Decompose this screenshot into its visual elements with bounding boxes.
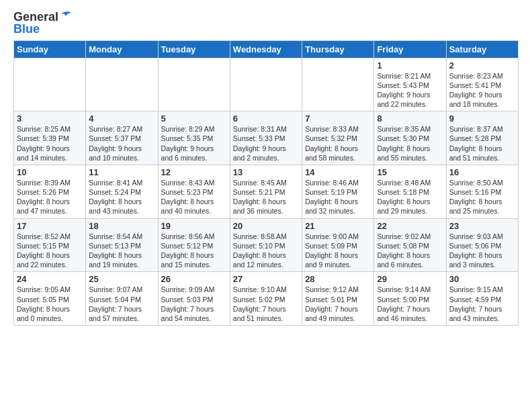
day-detail: Sunrise: 8:41 AM Sunset: 5:24 PM Dayligh… [89,178,154,216]
day-number: 1 [377,60,443,71]
day-detail: Sunrise: 8:35 AM Sunset: 5:30 PM Dayligh… [377,124,443,163]
calendar-cell: 7Sunrise: 8:33 AM Sunset: 5:32 PM Daylig… [302,111,374,165]
calendar-cell: 10Sunrise: 8:39 AM Sunset: 5:26 PM Dayli… [14,165,86,218]
calendar-cell: 30Sunrise: 9:15 AM Sunset: 4:59 PM Dayli… [446,272,518,326]
weekday-header-monday: Monday [86,40,158,58]
calendar-cell: 21Sunrise: 9:00 AM Sunset: 5:09 PM Dayli… [302,218,374,272]
day-number: 18 [89,221,154,231]
calendar-cell: 11Sunrise: 8:41 AM Sunset: 5:24 PM Dayli… [86,165,158,218]
day-number: 19 [161,221,227,231]
day-detail: Sunrise: 9:05 AM Sunset: 5:05 PM Dayligh… [17,285,83,323]
logo-blue-text: Blue [13,23,73,36]
day-number: 29 [377,274,443,284]
day-number: 23 [449,221,515,231]
day-number: 26 [161,274,227,284]
day-detail: Sunrise: 9:00 AM Sunset: 5:09 PM Dayligh… [305,232,371,270]
calendar-cell: 18Sunrise: 8:54 AM Sunset: 5:13 PM Dayli… [86,218,158,272]
day-number: 16 [449,167,515,177]
weekday-header-saturday: Saturday [446,40,518,58]
day-number: 8 [377,113,443,124]
weekday-header-wednesday: Wednesday [230,40,302,58]
day-number: 25 [89,274,154,284]
calendar-cell: 23Sunrise: 9:03 AM Sunset: 5:06 PM Dayli… [446,218,518,272]
day-number: 22 [377,221,443,231]
day-detail: Sunrise: 9:10 AM Sunset: 5:02 PM Dayligh… [233,285,299,323]
calendar-cell: 6Sunrise: 8:31 AM Sunset: 5:33 PM Daylig… [230,111,302,165]
day-detail: Sunrise: 9:03 AM Sunset: 5:06 PM Dayligh… [449,232,515,270]
day-number: 13 [233,167,299,177]
day-detail: Sunrise: 8:50 AM Sunset: 5:16 PM Dayligh… [449,178,515,216]
day-number: 2 [449,60,515,71]
calendar-cell: 3Sunrise: 8:25 AM Sunset: 5:39 PM Daylig… [14,111,86,165]
day-number: 10 [17,167,83,177]
day-number: 28 [305,274,371,284]
calendar-cell: 5Sunrise: 8:29 AM Sunset: 5:35 PM Daylig… [158,111,230,165]
day-number: 27 [233,274,299,284]
day-detail: Sunrise: 8:43 AM Sunset: 5:23 PM Dayligh… [161,178,227,216]
day-number: 9 [449,113,515,124]
day-number: 20 [233,221,299,231]
weekday-header-thursday: Thursday [302,40,374,58]
header: General Blue [13,11,519,36]
day-detail: Sunrise: 8:25 AM Sunset: 5:39 PM Dayligh… [17,124,83,163]
day-detail: Sunrise: 8:46 AM Sunset: 5:19 PM Dayligh… [305,178,371,216]
day-number: 30 [449,274,515,284]
calendar-cell: 26Sunrise: 9:09 AM Sunset: 5:03 PM Dayli… [158,272,230,326]
calendar-cell: 22Sunrise: 9:02 AM Sunset: 5:08 PM Dayli… [374,218,446,272]
calendar-cell: 4Sunrise: 8:27 AM Sunset: 5:37 PM Daylig… [86,111,158,165]
day-number: 7 [305,113,371,124]
day-number: 12 [161,167,227,177]
calendar-cell: 15Sunrise: 8:48 AM Sunset: 5:18 PM Dayli… [374,165,446,218]
day-number: 24 [17,274,83,284]
day-number: 3 [17,113,83,124]
day-detail: Sunrise: 8:45 AM Sunset: 5:21 PM Dayligh… [233,178,299,216]
day-number: 5 [161,113,227,124]
calendar-cell: 2Sunrise: 8:23 AM Sunset: 5:41 PM Daylig… [446,58,518,111]
day-detail: Sunrise: 9:12 AM Sunset: 5:01 PM Dayligh… [305,285,371,323]
calendar-cell: 24Sunrise: 9:05 AM Sunset: 5:05 PM Dayli… [14,272,86,326]
day-detail: Sunrise: 8:33 AM Sunset: 5:32 PM Dayligh… [305,124,371,163]
calendar-cell: 14Sunrise: 8:46 AM Sunset: 5:19 PM Dayli… [302,165,374,218]
day-number: 4 [89,113,154,124]
day-number: 11 [89,167,154,177]
calendar-cell: 27Sunrise: 9:10 AM Sunset: 5:02 PM Dayli… [230,272,302,326]
calendar: SundayMondayTuesdayWednesdayThursdayFrid… [13,40,519,326]
day-detail: Sunrise: 8:39 AM Sunset: 5:26 PM Dayligh… [17,178,83,216]
logo: General Blue [13,11,73,36]
day-detail: Sunrise: 8:37 AM Sunset: 5:28 PM Dayligh… [449,124,515,163]
day-detail: Sunrise: 8:21 AM Sunset: 5:43 PM Dayligh… [377,71,443,109]
calendar-cell [14,58,86,111]
day-number: 21 [305,221,371,231]
weekday-header-sunday: Sunday [14,40,86,58]
day-detail: Sunrise: 8:58 AM Sunset: 5:10 PM Dayligh… [233,232,299,270]
calendar-cell: 12Sunrise: 8:43 AM Sunset: 5:23 PM Dayli… [158,165,230,218]
calendar-cell: 1Sunrise: 8:21 AM Sunset: 5:43 PM Daylig… [374,58,446,111]
weekday-header-tuesday: Tuesday [158,40,230,58]
day-detail: Sunrise: 8:29 AM Sunset: 5:35 PM Dayligh… [161,124,227,163]
logo-bird-icon [59,9,73,23]
calendar-cell: 8Sunrise: 8:35 AM Sunset: 5:30 PM Daylig… [374,111,446,165]
day-number: 17 [17,221,83,231]
calendar-cell: 19Sunrise: 8:56 AM Sunset: 5:12 PM Dayli… [158,218,230,272]
weekday-header-friday: Friday [374,40,446,58]
calendar-cell: 17Sunrise: 8:52 AM Sunset: 5:15 PM Dayli… [14,218,86,272]
day-detail: Sunrise: 8:54 AM Sunset: 5:13 PM Dayligh… [89,232,154,270]
day-detail: Sunrise: 8:31 AM Sunset: 5:33 PM Dayligh… [233,124,299,163]
day-number: 6 [233,113,299,124]
day-detail: Sunrise: 8:48 AM Sunset: 5:18 PM Dayligh… [377,178,443,216]
day-detail: Sunrise: 8:52 AM Sunset: 5:15 PM Dayligh… [17,232,83,270]
calendar-cell: 13Sunrise: 8:45 AM Sunset: 5:21 PM Dayli… [230,165,302,218]
calendar-cell [230,58,302,111]
calendar-cell: 9Sunrise: 8:37 AM Sunset: 5:28 PM Daylig… [446,111,518,165]
calendar-cell [86,58,158,111]
day-detail: Sunrise: 9:07 AM Sunset: 5:04 PM Dayligh… [89,285,154,323]
day-detail: Sunrise: 9:02 AM Sunset: 5:08 PM Dayligh… [377,232,443,270]
calendar-cell [158,58,230,111]
day-detail: Sunrise: 8:23 AM Sunset: 5:41 PM Dayligh… [449,71,515,109]
day-number: 15 [377,167,443,177]
calendar-cell: 16Sunrise: 8:50 AM Sunset: 5:16 PM Dayli… [446,165,518,218]
day-detail: Sunrise: 8:27 AM Sunset: 5:37 PM Dayligh… [89,124,154,163]
calendar-cell: 25Sunrise: 9:07 AM Sunset: 5:04 PM Dayli… [86,272,158,326]
calendar-cell [302,58,374,111]
day-detail: Sunrise: 9:14 AM Sunset: 5:00 PM Dayligh… [377,285,443,323]
